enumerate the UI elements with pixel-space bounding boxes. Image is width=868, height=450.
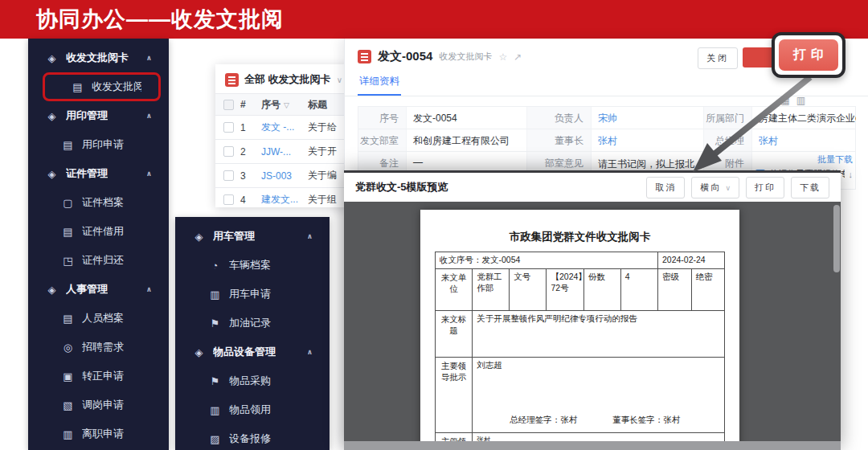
doc-title-label: 来文标题	[436, 311, 473, 358]
sidebar-item[interactable]: ▣ 转正申请	[33, 362, 164, 391]
sidebar-item[interactable]: ◎ 招聘需求	[33, 333, 164, 362]
sidebar-group[interactable]: ◈ 用车管理 ∧	[180, 222, 325, 251]
gm-link[interactable]: 张村	[752, 129, 856, 151]
record-link[interactable]: JJW-...	[261, 146, 308, 158]
sidebar-item-label: 用车管理	[213, 229, 255, 243]
sidebar-item-label: 用车申请	[229, 287, 271, 301]
chevron-up-icon[interactable]: ∧	[146, 285, 152, 293]
card-icon: ▥	[61, 428, 75, 440]
sidebar-item[interactable]: ▤ 证件借用	[33, 217, 164, 246]
grid-icon[interactable]: ▦	[780, 95, 796, 106]
record-type-label: 收发文批阅卡	[439, 51, 492, 63]
row-index: 2	[240, 146, 261, 158]
modal-download-button[interactable]: 下载	[791, 177, 829, 198]
document-icon	[225, 73, 239, 87]
chairman-link[interactable]: 张村	[592, 129, 704, 151]
sidebar-group[interactable]: ◈ 物品设备管理 ∧	[180, 338, 325, 366]
star-icon[interactable]: ☆	[498, 51, 507, 63]
doc-serial: 收文序号：发文-0054	[436, 252, 658, 269]
record-link[interactable]: JS-003	[261, 170, 308, 182]
list-title[interactable]: 全部 收发文批阅卡	[244, 72, 331, 87]
cancel-button[interactable]: 取消	[646, 177, 685, 198]
doc-secrecy-label: 密级	[658, 269, 692, 311]
row-index: 1	[240, 122, 261, 133]
sidebar-vehicle: ◈ 用车管理 ∧ ◔ 车辆档案 ▥ 用车申请 ⚑ 加油记录 ◈ 物品设备管理 ∧…	[175, 217, 330, 450]
sidebar-group[interactable]: ◈ 人事管理 ∧	[33, 275, 164, 304]
batch-download-link[interactable]: 批量下载	[755, 153, 853, 166]
modal-header: 党群收文-5模版预览 取消 横向 ∨ 打印 下载	[344, 173, 841, 202]
row-checkbox[interactable]	[223, 146, 234, 157]
doc-title-value: 关于开展整顿作风严明纪律专项行动的报告	[473, 311, 725, 358]
chevron-up-icon[interactable]: ∧	[146, 112, 152, 120]
row-checkbox[interactable]	[223, 194, 234, 205]
table-row[interactable]: 3 JS-003 关于编	[215, 163, 349, 187]
sidebar-item[interactable]: ▤ 用印申请	[33, 130, 164, 159]
sidebar-item[interactable]: ▥ 用车申请	[180, 280, 325, 309]
row-checkbox[interactable]	[223, 122, 234, 133]
field-label: 发文部室	[358, 129, 407, 151]
table-row[interactable]: 2 JJW-... 关于开	[215, 139, 349, 163]
field-label: 序号	[358, 107, 407, 129]
card-icon: ▥	[208, 404, 222, 416]
chevron-up-icon[interactable]: ∧	[146, 170, 152, 178]
sidebar-group[interactable]: ◈ 收发文批阅卡 ∧	[33, 43, 164, 72]
sidebar-group[interactable]: ◈ 证件管理 ∧	[33, 159, 164, 188]
download-icon[interactable]: ↓	[849, 170, 854, 179]
sidebar-item[interactable]: ▨ 设备报修	[180, 424, 325, 450]
sidebar-item[interactable]: ▤ 收发文批阅卡	[43, 72, 161, 101]
record-link[interactable]: 发文 -...	[261, 121, 308, 134]
row-checkbox[interactable]	[223, 170, 234, 181]
tab-details[interactable]: 详细资料	[358, 72, 401, 96]
chevron-up-icon[interactable]: ∧	[146, 54, 152, 62]
sidebar-item-label: 证件归还	[82, 253, 124, 268]
sidebar-item[interactable]: ▥ 物品领用	[180, 395, 325, 424]
chevron-down-icon: ∨	[725, 184, 731, 192]
sidebar-item[interactable]: ▢ 证件档案	[33, 188, 164, 217]
modal-print-button[interactable]: 打印	[746, 177, 784, 198]
doc-secrecy: 绝密	[691, 269, 725, 311]
record-title: 关于组	[308, 193, 349, 207]
sidebar-item[interactable]: ◳ 证件归还	[33, 246, 164, 275]
doc-from-unit-label: 来文单位	[436, 269, 473, 311]
sidebar-item-label: 加油记录	[229, 316, 271, 330]
chevron-down-icon[interactable]: ∨	[337, 76, 342, 84]
sidebar-item-label: 人事管理	[66, 282, 108, 297]
sidebar-item[interactable]: ▥ 离职申请	[33, 419, 164, 448]
sidebar-group[interactable]: ◈ 用印管理 ∧	[33, 101, 164, 130]
sidebar-item[interactable]: ▤ 人员档案	[33, 304, 164, 333]
table-row[interactable]: 1 发文 -... 关于给	[215, 115, 349, 139]
sidebar-item-label: 证件档案	[82, 195, 124, 210]
sidebar-item[interactable]: ⚑ 加油记录	[180, 309, 325, 338]
page-title: 协同办公——收发文批阅	[0, 0, 868, 39]
doc-copies-label: 份数	[583, 269, 620, 311]
chevron-up-icon[interactable]: ∧	[307, 348, 313, 356]
preview-scrollbar[interactable]	[833, 205, 840, 272]
orientation-select[interactable]: 横向 ∨	[691, 177, 739, 198]
column-serial: 序号▽	[261, 98, 308, 112]
table-row[interactable]: 4 建发文... 关于组	[215, 187, 349, 207]
external-link-icon[interactable]: ↗	[514, 51, 522, 63]
preview-bottom-bar	[344, 441, 841, 450]
sidebar-item-label: 设备报修	[229, 432, 271, 446]
sidebar-item-label: 用印管理	[66, 108, 108, 123]
field-label: 负责人	[527, 107, 592, 129]
columns-icon[interactable]: ▥	[796, 95, 812, 106]
print-button-magnified[interactable]: 打印	[779, 39, 838, 71]
sidebar-item[interactable]: ▧ 调岗申请	[33, 391, 164, 419]
sidebar-item[interactable]: ◔ 车辆档案	[180, 251, 325, 280]
owner-link[interactable]: 宋帅	[592, 107, 704, 129]
record-id: 发文-0054	[378, 49, 432, 64]
note-icon: ▧	[61, 399, 75, 411]
sidebar-item-label: 证件管理	[66, 166, 108, 181]
close-button[interactable]: 关闭	[698, 47, 738, 69]
field-label: 所属部门	[704, 107, 752, 129]
layers-icon: ◈	[45, 52, 59, 64]
filter-icon[interactable]: ▽	[284, 101, 289, 109]
select-all-checkbox[interactable]	[223, 100, 234, 110]
record-link[interactable]: 建发文...	[261, 193, 308, 207]
note-icon: ▨	[208, 433, 222, 445]
file-icon: ▢	[61, 197, 75, 209]
sidebar-item[interactable]: ⚑ 物品采购	[180, 366, 325, 395]
sidebar-item-label: 调岗申请	[82, 398, 124, 412]
chevron-up-icon[interactable]: ∧	[307, 232, 313, 240]
